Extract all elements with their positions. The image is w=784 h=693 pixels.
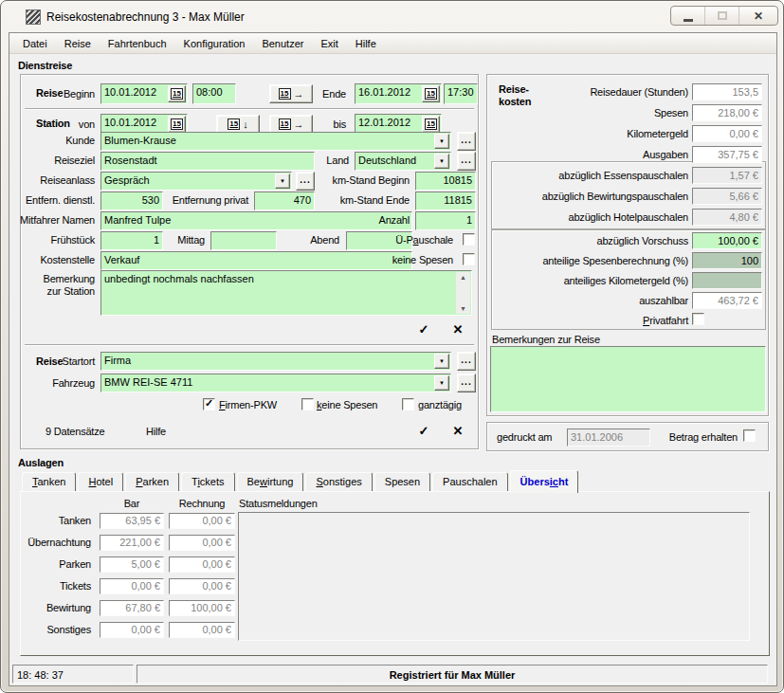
- station-confirm-button[interactable]: ✓: [413, 319, 434, 338]
- copy-date-down-button[interactable]: 15 ↓: [216, 115, 260, 134]
- kostenstelle-label: Kostenstelle: [40, 254, 95, 265]
- menu-item-datei[interactable]: Datei: [14, 35, 56, 52]
- reise-cancel-button[interactable]: ✕: [447, 421, 468, 440]
- beginn-date-field[interactable]: 10.01.2012 15: [100, 83, 188, 104]
- kosten-field-anteiliges-kilometergeld-[interactable]: [692, 272, 762, 289]
- reiseanlass-value: Gespräch: [104, 174, 150, 186]
- bemerkung-scrollbar[interactable]: ▲ ▼: [456, 272, 470, 314]
- kunde-value: Blumen-Krause: [104, 135, 176, 146]
- mitfahrer-field[interactable]: Manfred Tulpe: [100, 211, 412, 230]
- dropdown-arrow-icon[interactable]: ▼: [434, 375, 449, 391]
- dropdown-arrow-icon[interactable]: ▼: [434, 154, 449, 169]
- tab-parken[interactable]: Parken: [125, 472, 179, 491]
- tab-bewirtung[interactable]: Bewirtung: [237, 472, 304, 491]
- expense-rechnung-ubernachtung: 0,00 €: [169, 535, 235, 551]
- kunde-combobox[interactable]: Blumen-Krause ▼: [100, 132, 451, 151]
- tab-sonstiges[interactable]: Sonstiges: [305, 472, 372, 491]
- scroll-up-icon[interactable]: ▲: [460, 274, 466, 281]
- arrow-right-icon: →: [294, 89, 304, 99]
- km-stand-ende-field[interactable]: 11815: [415, 191, 476, 210]
- copy-station-forward-button[interactable]: 15 →: [269, 115, 313, 134]
- separator: [25, 108, 474, 110]
- station-cancel-button[interactable]: ✕: [447, 319, 468, 338]
- reise-confirm-button[interactable]: ✓: [413, 421, 434, 440]
- hilfe-link[interactable]: Hilfe: [146, 426, 166, 437]
- expense-row-label-bewirtung: Bewirtung: [46, 602, 91, 613]
- minimize-icon: [684, 19, 693, 22]
- auslagen-tabstrip: TankenHotelParkenTicketsBewirtungSonstig…: [22, 470, 580, 491]
- menu-item-fahrtenbuch[interactable]: Fahrtenbuch: [100, 35, 175, 52]
- menu-bar: DateiReiseFahrtenbuchKonfigurationBenutz…: [9, 33, 776, 54]
- kosten-label-anteilige-spesenberechnung-: anteilige Spesenberechnung (%): [542, 255, 688, 266]
- land-label: Land: [326, 155, 349, 166]
- expense-row-label-sonstiges: Sonstiges: [46, 624, 91, 635]
- bemerkung-textarea[interactable]: unbedingt nochmals nachfassen ▲ ▼: [100, 270, 472, 316]
- von-date-value: 10.01.2012: [104, 117, 156, 128]
- beginn-time-field[interactable]: 08:00: [192, 83, 236, 104]
- reiseanlass-browse-button[interactable]: ...: [296, 172, 315, 191]
- beginn-calendar-button[interactable]: 15: [168, 85, 186, 102]
- land-browse-button[interactable]: ...: [457, 152, 476, 171]
- maximize-button[interactable]: [705, 7, 739, 25]
- copy-date-forward-button[interactable]: 15 →: [269, 84, 313, 103]
- tab-spesen[interactable]: Spesen: [374, 472, 430, 491]
- mittag-field[interactable]: [210, 231, 277, 250]
- menu-item-hilfe[interactable]: Hilfe: [347, 35, 385, 52]
- reiseziel-value: Rosenstadt: [104, 155, 157, 166]
- menu-item-reise[interactable]: Reise: [56, 35, 100, 52]
- tab-hotel[interactable]: Hotel: [78, 472, 123, 491]
- expense-rechnung-parken: 0,00 €: [169, 556, 235, 573]
- kosten-field-abzuglich-vorschuss[interactable]: 100,00 €: [692, 232, 762, 249]
- reiseanlass-combobox[interactable]: Gespräch ▼: [100, 172, 292, 191]
- calendar-icon: 15: [171, 119, 183, 130]
- entfernung-dienstlich-field[interactable]: 530: [100, 191, 163, 210]
- km-stand-beginn-field[interactable]: 10815: [415, 172, 476, 191]
- reiseziel-field[interactable]: Rosenstadt: [100, 152, 315, 171]
- ende-calendar-button[interactable]: 15: [422, 85, 440, 102]
- expense-rechnung-tanken: 0,00 €: [169, 513, 235, 529]
- kosten-field-anteilige-spesenberechnung-[interactable]: 100: [692, 252, 762, 269]
- fruehstueck-field[interactable]: 1: [100, 231, 163, 250]
- anzahl-field[interactable]: 1: [415, 211, 476, 230]
- tab-tickets[interactable]: Tickets: [181, 472, 234, 491]
- kunde-browse-button[interactable]: ...: [457, 132, 476, 151]
- tab-ubersicht[interactable]: Übersicht: [510, 470, 579, 493]
- dropdown-arrow-icon[interactable]: ▼: [275, 173, 290, 189]
- menu-item-benutzer[interactable]: Benutzer: [253, 35, 312, 52]
- land-combobox[interactable]: Deutschland ▼: [355, 152, 451, 171]
- bemerkungen-reise-label: Bemerkungen zur Reise: [492, 334, 600, 345]
- keine-spesen-checkbox[interactable]: [463, 253, 475, 265]
- tab-pauschalen[interactable]: Pauschalen: [432, 472, 508, 491]
- von-calendar-button[interactable]: 15: [168, 116, 186, 133]
- bis-calendar-button[interactable]: 15: [422, 116, 440, 133]
- ende-date-field[interactable]: 16.01.2012 15: [355, 83, 442, 104]
- close-button[interactable]: ✕: [739, 7, 777, 25]
- privatfahrt-checkbox[interactable]: [692, 313, 704, 325]
- km-stand-beginn-value: 10815: [443, 174, 472, 186]
- startort-combobox[interactable]: Firma ▼: [100, 352, 451, 371]
- kosten-field-auszahlbar: 463,72 €: [692, 292, 762, 309]
- fahrzeug-browse-button[interactable]: ...: [457, 374, 476, 392]
- ellipsis-icon: ...: [461, 135, 471, 149]
- fahrzeug-combobox[interactable]: BMW REI-SE 4711 ▼: [100, 374, 451, 392]
- dropdown-arrow-icon[interactable]: ▼: [434, 134, 449, 149]
- betrag-erhalten-checkbox[interactable]: [743, 429, 756, 442]
- firmen-pkw-checkbox[interactable]: ✓: [203, 398, 215, 410]
- menu-item-konfiguration[interactable]: Konfiguration: [175, 35, 254, 52]
- expense-rechnung-tickets: 0,00 €: [169, 578, 235, 594]
- scroll-down-icon[interactable]: ▼: [460, 305, 466, 312]
- startort-browse-button[interactable]: ...: [457, 352, 476, 371]
- kosten-field-abzuglich-essenspauschalen: 1,57 €: [692, 167, 762, 184]
- minimize-button[interactable]: [671, 7, 705, 25]
- bemerkungen-reise-textarea[interactable]: [490, 346, 766, 412]
- kostenstelle-field[interactable]: Verkauf: [100, 251, 412, 270]
- expense-row-label-tanken: Tanken: [59, 515, 91, 526]
- dropdown-arrow-icon[interactable]: ▼: [434, 354, 449, 369]
- tab-tanken[interactable]: Tanken: [22, 472, 76, 491]
- ganztaegig-checkbox[interactable]: [402, 398, 414, 410]
- ue-pauschale-checkbox[interactable]: [463, 233, 475, 246]
- ende-time-field[interactable]: 17:30: [444, 83, 478, 104]
- keine-spesen2-checkbox[interactable]: [301, 398, 314, 410]
- entfernung-privat-field[interactable]: 470: [254, 191, 315, 210]
- menu-item-exit[interactable]: Exit: [312, 35, 346, 52]
